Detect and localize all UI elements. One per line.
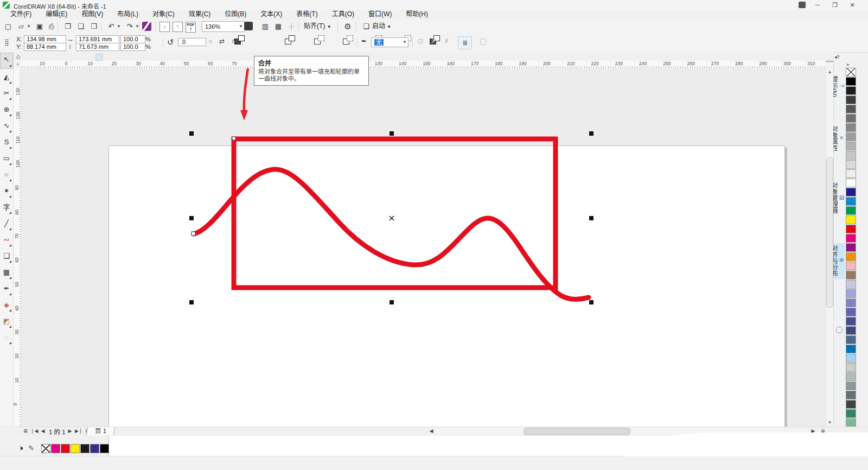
cut-icon[interactable]: ❐	[62, 21, 74, 32]
docker-tab-2[interactable]: ▤对象管理器	[834, 180, 845, 216]
simplify-button[interactable]	[342, 34, 355, 45]
palette-swatch-9d9d9c[interactable]	[846, 132, 856, 141]
connector-tool[interactable]: ∾	[1, 233, 12, 248]
open-object-styles-icon[interactable]: ◯	[480, 37, 487, 45]
palette-swatch-878787[interactable]	[846, 123, 856, 132]
menu-item-8[interactable]: 表格(T)	[289, 10, 324, 19]
docker-more-icon[interactable]: ◯	[835, 326, 843, 333]
menu-item-6[interactable]: 位图(B)	[218, 10, 253, 19]
text-tool[interactable]: 字	[1, 200, 12, 215]
palette-swatch-3e4a7e[interactable]	[846, 326, 856, 335]
polygon-tool[interactable]: ✶	[1, 184, 12, 199]
launch-button[interactable]: 启动 ▼	[372, 21, 391, 32]
palette-swatch-a3a3d4[interactable]	[846, 289, 856, 298]
palette-swatch-68706f[interactable]	[846, 391, 856, 399]
palette-swatch-6663ae[interactable]	[846, 308, 856, 316]
options-gear-icon[interactable]: ⚙	[342, 21, 354, 32]
menu-item-3[interactable]: 布局(L)	[110, 10, 145, 19]
import-icon[interactable]: ↓	[159, 22, 170, 32]
doc-palette-swatch-000000[interactable]	[100, 444, 109, 453]
new-tab-stub[interactable]	[95, 54, 103, 61]
hscroll-left-icon[interactable]: ◀	[427, 428, 435, 435]
eyedropper-icon[interactable]: ✎	[28, 444, 34, 452]
palette-swatch-b4bab4[interactable]	[846, 372, 856, 381]
page-1-tab[interactable]: 页 1	[86, 427, 115, 435]
parallel-dimension-tool[interactable]: ╱	[1, 217, 12, 232]
zoom-level-combobox[interactable]: 136% ▼	[202, 21, 245, 32]
snap-to-button[interactable]: 贴齐(T) ▼	[304, 21, 331, 32]
scroll-up-icon[interactable]: ▲	[826, 68, 833, 75]
palette-swatch-93117e[interactable]	[846, 243, 856, 252]
palette-swatch-8d999b[interactable]	[846, 382, 856, 390]
menu-item-10[interactable]: 窗口(W)	[361, 10, 399, 19]
next-page-icon[interactable]: ▶	[66, 428, 74, 435]
freehand-tool[interactable]: ∿	[1, 119, 12, 134]
mirror-horizontal-icon[interactable]: ⇄	[219, 37, 225, 45]
save-icon[interactable]: ▣	[34, 21, 46, 32]
horizontal-ruler[interactable]: 2010010203040506070809010011012013014015…	[22, 61, 826, 69]
palette-swatch-e6007e[interactable]	[846, 234, 856, 243]
show-grid-icon[interactable]: ▦	[272, 21, 284, 32]
palette-swatch-dadada[interactable]	[846, 160, 856, 169]
taskbar-icon[interactable]	[799, 2, 806, 8]
add-symbol-icon[interactable]: ⊡	[418, 37, 423, 45]
palette-swatch-1d1d8f[interactable]	[846, 188, 856, 196]
smart-fill-tool[interactable]: ◩	[1, 314, 12, 329]
new-document-icon[interactable]: ▢	[2, 21, 14, 32]
shape-tool[interactable]: ◭	[1, 70, 12, 85]
menu-item-1[interactable]: 编辑(E)	[39, 10, 74, 19]
open-icon[interactable]: ▱	[15, 21, 27, 32]
home-icon[interactable]: ⌂	[16, 53, 20, 60]
palette-swatch-009e4c[interactable]	[846, 206, 856, 215]
rotation-field[interactable]: .0	[178, 38, 206, 46]
first-page-icon[interactable]: ❘◀	[30, 428, 38, 435]
palette-swatch-7fb69a[interactable]	[846, 418, 856, 427]
interactive-fill-tool[interactable]: ◈	[1, 298, 12, 313]
color-eyedropper-tool[interactable]: ✒	[1, 282, 12, 297]
vertical-scroll-thumb[interactable]	[826, 157, 833, 308]
palette-swatch-8280c4[interactable]	[846, 298, 856, 307]
palette-swatch-0f89ca[interactable]	[846, 197, 856, 206]
curve-open-icon[interactable]: ✗	[431, 37, 436, 45]
palette-scroll-up-icon[interactable]: ▸	[845, 61, 852, 68]
palette-swatch-ffec00[interactable]	[846, 215, 856, 224]
palette-swatch-e30613[interactable]	[846, 225, 856, 233]
previous-page-icon[interactable]: ◀	[39, 428, 47, 435]
palette-swatch-1d1d1b[interactable]	[846, 86, 856, 95]
ellipse-tool[interactable]: ○	[1, 168, 12, 183]
palette-swatch-48698c[interactable]	[846, 335, 856, 344]
palette-swatch-ffffff[interactable]	[846, 179, 856, 187]
palette-swatch-2f8565[interactable]	[846, 409, 856, 418]
publish-pdf-icon[interactable]: PDF⇪	[186, 22, 196, 33]
y-position-field[interactable]: 88.174 mm	[24, 43, 66, 51]
add-page-before-icon[interactable]: ⊞	[22, 428, 29, 435]
curve-close-icon[interactable]: ✗	[444, 37, 449, 45]
palette-swatch-000000[interactable]	[846, 77, 856, 86]
width-field[interactable]: 173.691 mm	[76, 35, 119, 43]
doc-palette-swatch-e30613[interactable]	[61, 444, 70, 453]
drop-shadow-tool[interactable]: ❏	[1, 249, 12, 264]
horizontal-scroll-thumb[interactable]	[524, 428, 630, 435]
drawing-page[interactable]	[108, 145, 785, 470]
docker-tab-3[interactable]: ≣对齐与分布	[834, 243, 845, 279]
palette-swatch-f6b8ba[interactable]	[846, 262, 856, 270]
palette-swatch-b2b2b2[interactable]	[846, 142, 856, 150]
undo-icon[interactable]: ↶	[105, 21, 117, 32]
menu-item-9[interactable]: 工具(O)	[325, 10, 361, 19]
scroll-down-icon[interactable]: ▼	[826, 419, 833, 426]
palette-flyout-icon[interactable]	[21, 446, 23, 450]
export-icon[interactable]: ↑	[173, 22, 183, 32]
x-position-field[interactable]: 134.98 mm	[24, 35, 66, 43]
outline-width-combobox[interactable]: 无 ▼	[371, 37, 409, 47]
show-guidelines-icon[interactable]: ┼	[285, 21, 297, 32]
palette-swatch-a7d1f0[interactable]	[846, 354, 856, 363]
search-content-icon[interactable]	[142, 22, 151, 31]
doc-palette-swatch-1a1a18[interactable]	[80, 444, 90, 453]
zoom-tool[interactable]: ⊕	[1, 103, 12, 118]
doc-palette-swatch-312f8e[interactable]	[90, 444, 99, 453]
palette-swatch-3c3c3b[interactable]	[846, 96, 856, 104]
ruler-origin-corner[interactable]: ＋	[14, 61, 22, 69]
restore-button[interactable]: ❐	[829, 1, 841, 9]
show-rulers-icon[interactable]: ▥	[259, 21, 271, 32]
combine-button[interactable]	[233, 34, 246, 45]
